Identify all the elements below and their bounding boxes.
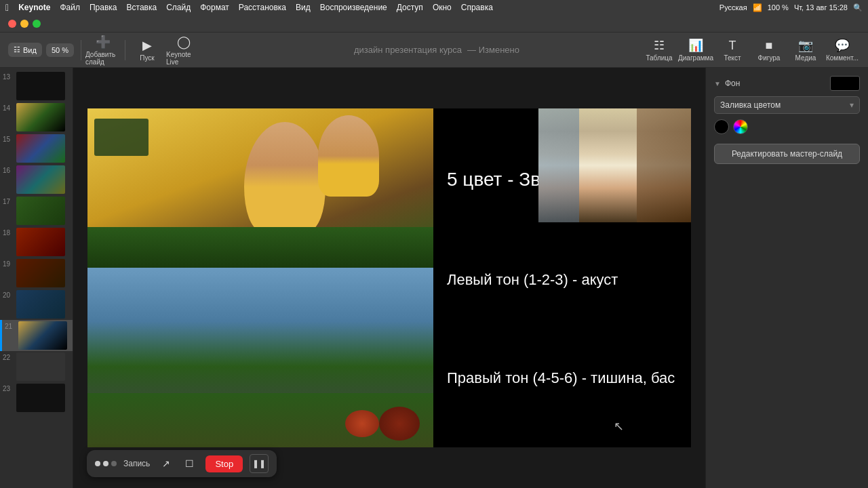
traffic-lights [8,20,41,28]
minimize-button[interactable] [20,20,28,28]
menu-file[interactable]: Файл [60,3,80,12]
slide-thumb-23[interactable]: 23 [0,382,73,413]
slide-thumb-22[interactable]: 22 [0,351,73,382]
slide-left-column [87,108,433,447]
background-color-swatch[interactable] [830,76,860,91]
scale-select[interactable]: 50 % [46,43,74,57]
play-icon: ▶ [142,38,152,53]
slide-thumbnail-14 [16,103,65,131]
person-kitchen-image [87,108,433,268]
table-icon: ☷ [654,38,665,53]
slide-thumb-21[interactable]: 21 [0,320,73,351]
recording-icons: ↗ ☐ [157,454,199,473]
slide-thumb-17[interactable]: 17 [0,195,73,226]
menu-arrange[interactable]: Расстановка [239,3,286,12]
menu-window[interactable]: Окно [433,3,452,12]
pause-button[interactable]: ❚❚ [250,454,269,473]
keynote-live-button[interactable]: ◯ Keynote Live [166,35,201,65]
scale-label: 50 % [52,46,68,54]
crop-icon[interactable]: ☐ [180,454,199,473]
menu-format[interactable]: Формат [200,3,229,12]
fill-type-select[interactable]: Заливка цветом ▾ [714,96,860,114]
shape-icon: ■ [766,39,773,53]
slide-thumb-20[interactable]: 20 [0,289,73,320]
slide-thumb-14[interactable]: 14 [0,102,73,133]
clock: Чт, 13 авг 15:28 [794,3,848,12]
color-black[interactable] [714,119,729,134]
menu-slide[interactable]: Слайд [166,3,191,12]
slide-thumb-13[interactable]: 13 [0,70,73,102]
menubar-right: Русская 📶 100 % Чт, 13 авг 15:28 🔍 [719,3,863,12]
view-icon: ☷ [14,45,20,54]
add-slide-button[interactable]: ➕ Добавить слайд [85,35,121,65]
shape-button[interactable]: ■ Фигура [751,35,787,65]
search-icon[interactable]: 🔍 [853,3,863,12]
slide-thumb-18[interactable]: 18 [0,226,73,258]
slide-text-left-tone: Левый тон (1-2-3) - акуст [447,271,677,289]
color-wheel[interactable] [733,119,748,134]
separator-1 [81,40,81,60]
view-label: Вид [23,46,37,54]
nature-image [87,268,433,447]
menu-help[interactable]: Справка [461,3,493,12]
recording-dots [95,461,117,466]
slide-text-right-tone: Правый тон (4-5-6) - тишина, бас [447,369,677,387]
dot-3 [111,461,117,466]
background-header: ▼ Фон [714,76,860,91]
camera-overlay [538,108,691,222]
menubar-left:  Keynote Файл Правка Вставка Слайд Форм… [5,2,493,13]
media-icon: 📷 [798,38,813,53]
slide-thumbnail-13 [16,72,65,100]
menu-edit[interactable]: Правка [90,3,117,12]
dot-1 [95,461,100,466]
slide-thumbnail-18 [16,228,65,256]
view-select[interactable]: ☷ Вид [8,43,42,57]
recording-label: Запись [123,459,150,468]
language-indicator: Русская [719,3,747,12]
camera-feed [538,108,691,222]
edit-master-button[interactable]: Редактировать мастер-слайд [714,144,860,164]
menu-access[interactable]: Доступ [397,3,423,12]
stop-button[interactable]: Stop [205,455,243,472]
right-panel: ▼ Фон Заливка цветом ▾ Редактировать мас… [705,68,868,488]
apple-logo-icon[interactable]:  [5,2,9,13]
slide-thumb-15[interactable]: 15 [0,133,73,164]
slide-image-top [87,108,433,268]
menu-keynote[interactable]: Keynote [18,3,50,12]
document-title: дизайн презентация курса— Изменено [349,45,519,55]
keynote-live-icon: ◯ [177,35,191,49]
text-button[interactable]: T Текст [715,35,750,65]
close-button[interactable] [8,20,16,28]
play-button[interactable]: ▶ Пуск [130,35,165,65]
slide-thumb-16[interactable]: 16 [0,164,73,195]
battery-indicator: 100 % [768,3,789,12]
slide-thumbnail-21 [18,321,67,350]
slide-thumbnail-17 [16,197,65,225]
comment-button[interactable]: 💬 Коммент... [825,35,860,65]
menu-play[interactable]: Воспроизведение [320,3,387,12]
table-button[interactable]: ☷ Таблица [642,35,677,65]
chart-button[interactable]: 📊 Диаграмма [678,35,713,65]
slide-thumb-19[interactable]: 19 [0,258,73,289]
text-icon: T [729,39,736,53]
media-button[interactable]: 📷 Медиа [788,35,823,65]
select-arrow-icon: ▾ [850,100,854,110]
pause-icon: ❚❚ [252,459,266,468]
canvas-area[interactable]: 5 цвет - Звук Левый тон (1-2-3) - акуст … [73,68,705,488]
maximize-button[interactable] [33,20,41,28]
slide-canvas: 5 цвет - Звук Левый тон (1-2-3) - акуст … [87,108,691,447]
slide-panel[interactable]: 13 14 15 16 17 18 19 [0,68,73,488]
scale-group: 50 % [46,43,74,57]
recording-bar: Запись ↗ ☐ Stop ❚❚ [87,450,277,477]
background-section: ▼ Фон Заливка цветом ▾ [714,76,860,134]
menu-view[interactable]: Вид [296,3,311,12]
color-row [714,119,860,134]
slide-thumbnail-15 [16,134,65,163]
slide-thumbnail-16 [16,165,65,194]
insert-tools: ☷ Таблица 📊 Диаграмма T Текст ■ Фигура 📷… [642,35,860,65]
slide-thumbnail-22 [16,352,65,381]
expand-icon[interactable]: ↗ [157,454,176,473]
separator-2 [125,40,125,60]
master-slide-section: Редактировать мастер-слайд [714,144,860,164]
menu-insert[interactable]: Вставка [127,3,157,12]
